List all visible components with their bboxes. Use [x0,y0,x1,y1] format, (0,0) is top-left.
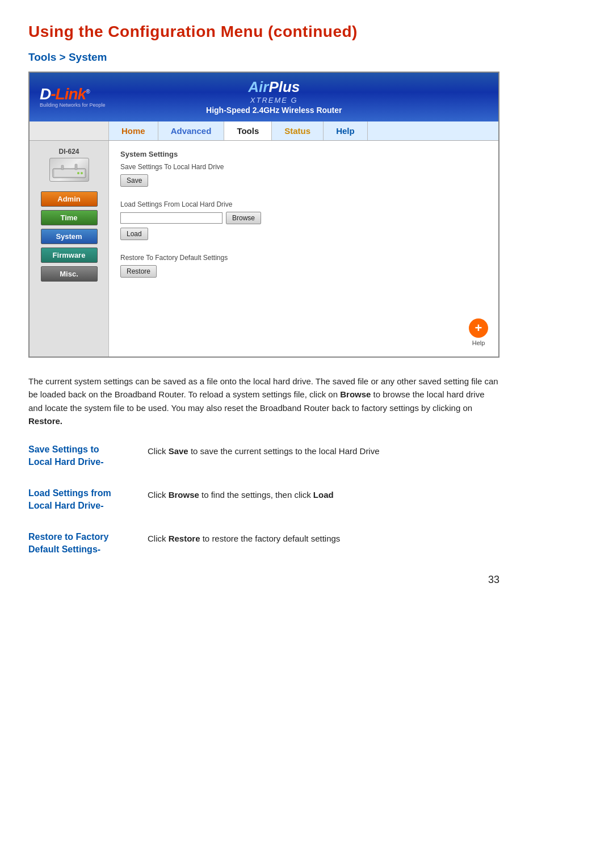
info-desc-restore: Click Restore to restore the factory def… [148,531,499,556]
load-row: Browse [120,212,487,224]
nav-home[interactable]: Home [109,121,158,140]
svg-point-3 [81,172,83,174]
xtreme-label: XTREME G [206,96,342,104]
airplus-logo: AirPlus [206,78,342,96]
load-button[interactable]: Load [120,228,148,240]
nav-items: Home Advanced Tools Status Help [109,121,498,140]
dlink-logo-sub: Building Networks for People [40,102,106,108]
save-settings-block: Save Settings To Local Hard Drive Save [120,163,487,187]
restore-button[interactable]: Restore [120,265,157,278]
dlink-logo-main: D-Link® [40,85,106,103]
info-row-save: Save Settings to Local Hard Drive- Click… [28,443,499,469]
device-label: DI-624 [49,148,89,183]
svg-rect-4 [61,165,64,170]
save-button[interactable]: Save [120,174,148,187]
nav-status[interactable]: Status [272,121,324,140]
section-heading: Tools > System [28,51,585,64]
restore-label: Restore To Factory Default Settings [120,254,487,262]
airplus-area: AirPlus XTREME G High-Speed 2.4GHz Wirel… [206,78,342,115]
load-settings-block: Load Settings From Local Hard Drive Brow… [120,200,487,240]
info-heading-save: Save Settings to Local Hard Drive- [28,443,148,469]
svg-point-2 [77,172,79,174]
info-row-load: Load Settings from Local Hard Drive- Cli… [28,487,499,513]
help-corner: + Help [469,318,488,346]
sidebar: DI-624 Admin Time System Firmware [30,141,109,357]
help-corner-label: Help [469,339,488,346]
sidebar-time[interactable]: Time [41,210,98,225]
sidebar-misc[interactable]: Misc. [41,266,98,282]
sidebar-system[interactable]: System [41,229,98,244]
router-header: D-Link® Building Networks for People Air… [30,73,498,121]
nav-help[interactable]: Help [324,121,368,140]
info-heading-restore: Restore to Factory Default Settings- [28,531,148,556]
info-heading-load: Load Settings from Local Hard Drive- [28,487,148,513]
browse-button[interactable]: Browse [226,212,261,224]
page-title: Using the Configuration Menu (continued) [28,23,585,41]
description-block: The current system settings can be saved… [28,375,499,427]
info-desc-load: Click Browse to find the settings, then … [148,487,499,513]
router-frame: D-Link® Building Networks for People Air… [28,72,499,358]
router-subtitle: High-Speed 2.4GHz Wireless Router [206,106,342,115]
system-settings-title: System Settings [120,150,487,158]
dlink-logo: D-Link® Building Networks for People [40,85,106,108]
svg-rect-1 [54,170,84,177]
nav-left-space [30,121,109,140]
nav-advanced[interactable]: Advanced [158,121,225,140]
load-label: Load Settings From Local Hard Drive [120,200,487,208]
save-label: Save Settings To Local Hard Drive [120,163,487,171]
nav-bar: Home Advanced Tools Status Help [30,121,498,141]
info-row-restore: Restore to Factory Default Settings- Cli… [28,531,499,556]
svg-rect-5 [75,164,77,170]
nav-tools[interactable]: Tools [224,121,272,140]
router-body: DI-624 Admin Time System Firmware [30,141,498,357]
restore-settings-block: Restore To Factory Default Settings Rest… [120,254,487,278]
help-icon[interactable]: + [469,318,488,338]
device-image [49,158,89,182]
sidebar-admin[interactable]: Admin [41,191,98,207]
load-file-input[interactable] [120,212,222,224]
info-desc-save: Click Save to save the current settings … [148,443,499,469]
sidebar-firmware[interactable]: Firmware [41,248,98,263]
page-number: 33 [28,574,499,586]
content-pane: System Settings Save Settings To Local H… [109,141,498,357]
